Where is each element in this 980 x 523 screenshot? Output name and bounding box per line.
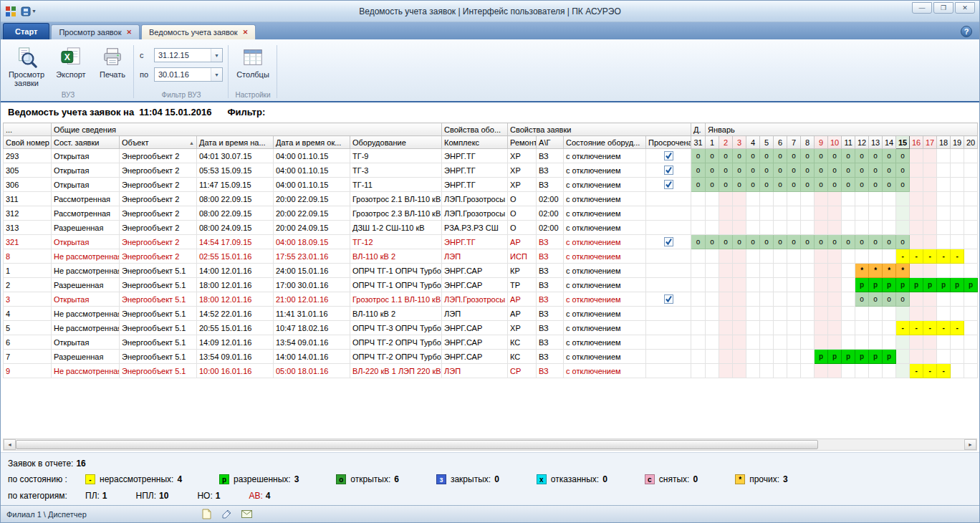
day-cell[interactable] (706, 249, 719, 264)
minimize-button[interactable]: — (912, 2, 932, 14)
day-cell[interactable] (746, 278, 760, 292)
day-cell[interactable] (896, 221, 910, 235)
request-row[interactable]: 6ОткрытаяЭнергообъект 5.114:09 12.01.161… (4, 335, 978, 350)
day-header[interactable]: 7 (787, 136, 801, 149)
day-cell[interactable] (774, 335, 787, 350)
day-cell[interactable] (896, 206, 910, 221)
day-cell[interactable]: о (774, 163, 787, 178)
day-cell[interactable] (883, 364, 896, 378)
request-row[interactable]: 313РазрешеннаяЭнергообъект 208:00 24.09.… (4, 221, 978, 235)
day-cell[interactable] (774, 321, 787, 335)
day-cell[interactable] (760, 264, 774, 278)
day-cell[interactable] (787, 192, 801, 206)
day-cell[interactable] (869, 321, 883, 335)
request-row[interactable]: 8Не рассмотреннаяЭнергообъект 202:55 15.… (4, 249, 978, 264)
day-cell[interactable] (801, 192, 815, 206)
quick-access-button[interactable]: ▼ (21, 6, 37, 16)
day-cell[interactable] (855, 307, 869, 321)
day-cell[interactable] (964, 192, 978, 206)
day-header[interactable]: 19 (951, 136, 964, 149)
day-cell[interactable] (801, 264, 815, 278)
day-cell[interactable] (923, 307, 937, 321)
day-cell[interactable]: - (923, 321, 937, 335)
day-cell[interactable] (964, 364, 978, 378)
dropdown-arrow-icon[interactable]: ▼ (211, 68, 222, 81)
day-cell[interactable] (815, 192, 828, 206)
day-cell[interactable]: о (706, 178, 719, 192)
day-cell[interactable] (937, 192, 951, 206)
day-cell[interactable] (774, 364, 787, 378)
scrollbar-track[interactable] (818, 439, 964, 450)
day-cell[interactable]: - (951, 249, 964, 264)
day-cell[interactable] (910, 206, 923, 221)
day-cell[interactable] (910, 292, 923, 307)
request-row[interactable]: 293ОткрытаяЭнергообъект 204:01 30.07.150… (4, 149, 978, 163)
view-request-button[interactable]: Просмотр заявки (5, 42, 48, 89)
day-cell[interactable]: о (719, 235, 733, 249)
day-cell[interactable] (691, 350, 706, 364)
day-cell[interactable] (787, 321, 801, 335)
day-cell[interactable] (706, 264, 719, 278)
day-cell[interactable]: р (883, 278, 896, 292)
day-cell[interactable] (774, 307, 787, 321)
dropdown-arrow-icon[interactable]: ▼ (211, 49, 222, 62)
column-header[interactable]: Объект▲ (120, 136, 197, 149)
day-cell[interactable] (896, 307, 910, 321)
day-cell[interactable]: - (923, 364, 937, 378)
day-header[interactable]: 31 (691, 136, 706, 149)
tab-close-icon[interactable]: ✕ (243, 29, 249, 36)
day-cell[interactable] (733, 292, 746, 307)
day-cell[interactable] (733, 307, 746, 321)
tab-start[interactable]: Старт (3, 23, 49, 39)
day-cell[interactable] (883, 192, 896, 206)
day-header[interactable]: 16 (910, 136, 923, 149)
day-cell[interactable] (828, 206, 842, 221)
day-cell[interactable] (828, 292, 842, 307)
day-cell[interactable]: о (896, 163, 910, 178)
day-cell[interactable]: р (910, 278, 923, 292)
day-cell[interactable] (760, 292, 774, 307)
day-cell[interactable]: о (746, 235, 760, 249)
day-cell[interactable] (910, 264, 923, 278)
day-cell[interactable] (774, 264, 787, 278)
request-row[interactable]: 1Не рассмотреннаяЭнергообъект 5.114:00 1… (4, 264, 978, 278)
day-cell[interactable] (746, 206, 760, 221)
day-cell[interactable] (842, 206, 855, 221)
day-cell[interactable] (719, 350, 733, 364)
overdue-checkbox[interactable] (664, 165, 673, 175)
day-cell[interactable] (801, 364, 815, 378)
day-cell[interactable] (855, 335, 869, 350)
day-header[interactable]: 12 (855, 136, 869, 149)
day-cell[interactable]: р (964, 278, 978, 292)
day-cell[interactable] (923, 350, 937, 364)
day-cell[interactable]: о (787, 178, 801, 192)
day-cell[interactable]: - (937, 364, 951, 378)
day-cell[interactable] (733, 364, 746, 378)
day-cell[interactable]: о (883, 178, 896, 192)
day-cell[interactable]: - (896, 249, 910, 264)
day-cell[interactable]: о (787, 149, 801, 163)
day-header[interactable]: 1 (706, 136, 719, 149)
day-cell[interactable] (869, 206, 883, 221)
day-cell[interactable] (801, 292, 815, 307)
day-cell[interactable] (828, 278, 842, 292)
day-cell[interactable] (760, 221, 774, 235)
day-cell[interactable] (964, 249, 978, 264)
day-cell[interactable] (910, 307, 923, 321)
day-cell[interactable] (746, 335, 760, 350)
day-cell[interactable] (937, 206, 951, 221)
request-row[interactable]: 321ОткрытаяЭнергообъект 214:54 17.09.150… (4, 235, 978, 249)
day-cell[interactable]: о (815, 235, 828, 249)
day-cell[interactable] (787, 335, 801, 350)
day-cell[interactable] (951, 364, 964, 378)
day-cell[interactable] (706, 321, 719, 335)
day-cell[interactable]: о (691, 163, 706, 178)
day-cell[interactable] (719, 206, 733, 221)
day-cell[interactable] (746, 307, 760, 321)
day-cell[interactable]: о (815, 149, 828, 163)
day-cell[interactable]: * (883, 264, 896, 278)
day-cell[interactable] (964, 335, 978, 350)
day-header[interactable]: 18 (937, 136, 951, 149)
columns-button[interactable]: Столбцы (231, 42, 274, 80)
day-cell[interactable] (801, 321, 815, 335)
